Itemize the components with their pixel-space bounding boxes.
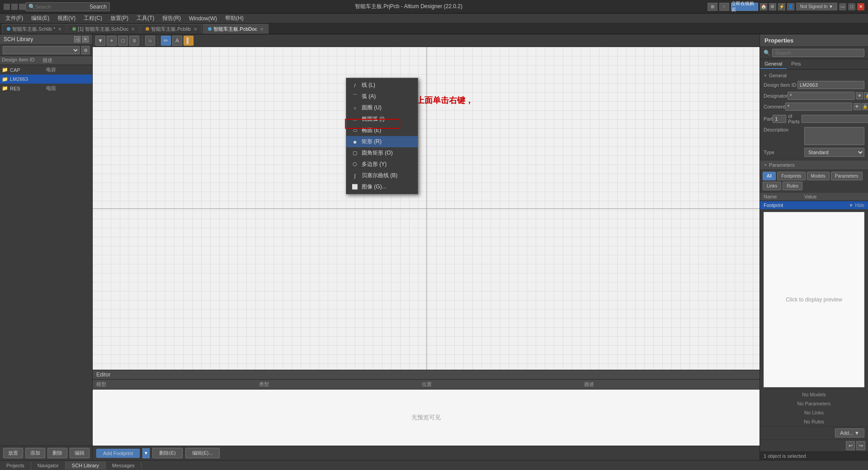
menu-item-image[interactable]: ⬜ 图像 (G)... <box>346 181 418 193</box>
add-footprint-dropdown[interactable]: ▼ <box>142 448 150 458</box>
param-tab-footprints[interactable]: Footprints <box>777 172 805 180</box>
menu-item-arc[interactable]: ⌒ 弧 (A) <box>346 91 418 102</box>
delete-editor-button[interactable]: 删除(E) <box>152 448 183 458</box>
type-select[interactable]: Standard <box>804 148 864 157</box>
tab-close-schdoc[interactable]: ✕ <box>131 27 135 32</box>
add-label: Add... <box>840 430 853 436</box>
component-item-res[interactable]: 📁 RES 电阻 <box>0 84 92 93</box>
menu-edit[interactable]: 编辑(E) <box>28 14 53 23</box>
preview-area[interactable]: Click to display preview <box>764 212 864 387</box>
component-filter-select[interactable] <box>3 46 80 54</box>
tab-schlib[interactable]: 智能车主板.Schlib * ✕ <box>2 24 66 34</box>
maximize-button[interactable]: □ <box>848 3 855 10</box>
menu-item-ellipse-arc[interactable]: ⌓ 椭圆弧 (I) <box>346 113 418 125</box>
of-parts-value[interactable] <box>802 115 868 123</box>
component-item-cap[interactable]: 📁 CAP 电容 <box>0 65 92 75</box>
param-tab-parameters[interactable]: Parameters <box>831 172 863 180</box>
menu-view[interactable]: 视图(V) <box>54 14 79 23</box>
footprint-hide-label[interactable]: Hide <box>855 203 864 208</box>
designator-value[interactable] <box>788 92 854 100</box>
add-dropdown-button[interactable]: Add... ▼ <box>835 428 864 437</box>
tab-general[interactable]: General <box>760 59 787 69</box>
cloud-button[interactable]: 立即在线购买 <box>731 3 758 11</box>
filter-settings-button[interactable]: ⚙ <box>81 46 90 54</box>
add-button[interactable]: 添加 <box>25 448 45 458</box>
toolbar-add-button[interactable]: + <box>107 36 117 46</box>
search-input[interactable] <box>35 4 90 9</box>
menu-item-circle[interactable]: ○ 圆圈 (U) <box>346 102 418 113</box>
menu-project[interactable]: 工程(C) <box>80 14 106 23</box>
undo-button[interactable]: ↩ <box>846 441 855 450</box>
toolbar-circle-button[interactable]: ○ <box>145 36 155 46</box>
menu-help[interactable]: 帮助(H) <box>222 14 247 23</box>
part-value[interactable] <box>773 115 786 123</box>
menu-item-bezier[interactable]: ∫ 贝塞尔曲线 (B) <box>346 170 418 181</box>
menu-item-ellipse[interactable]: ⬭ 椭圆 (E) <box>346 125 418 136</box>
designator-lock-button[interactable]: 🔒 <box>864 92 868 99</box>
tab-pins[interactable]: Pins <box>787 59 805 69</box>
tab-pcbdoc[interactable]: 智能车主板.PcbDoc ✕ <box>203 24 269 34</box>
menu-window[interactable]: Window(W) <box>185 14 221 23</box>
place-button[interactable]: 放置 <box>3 448 23 458</box>
footprint-row[interactable]: Footprint ▼ Hide <box>760 201 868 209</box>
toolbar-align-button[interactable]: ≡ <box>129 36 139 46</box>
toolbar-rect-button[interactable]: □ <box>118 36 128 46</box>
canvas-grid[interactable]: 选择笔图标，在上面单击右键， 选择矩形 / 线 (L) ⌒ 弧 (A) ○ <box>93 47 760 370</box>
param-tab-models[interactable]: Models <box>807 172 830 180</box>
menu-item-line[interactable]: / 线 (L) <box>346 80 418 91</box>
designator-vis-button[interactable]: 👁 <box>856 92 863 99</box>
tab-pcblib[interactable]: 智能车主板.Pcblib ✕ <box>141 24 202 34</box>
delete-button[interactable]: 删除 <box>47 448 67 458</box>
panel-pin-button[interactable]: ◁ <box>74 36 80 42</box>
bottom-tab-schlibrary[interactable]: SCH Library <box>66 461 106 470</box>
title-search[interactable]: 🔍 Search <box>25 2 110 11</box>
description-value[interactable] <box>804 127 864 145</box>
signin-label[interactable]: Not Signed In ▼ <box>796 3 837 10</box>
toolbar-filter-button[interactable]: ▼ <box>95 36 105 46</box>
panel-close-button[interactable]: ✕ <box>82 36 89 42</box>
bottom-section: Projects Navigator SCH Library Messages … <box>0 460 868 470</box>
bottom-tab-navigator[interactable]: Navigator <box>31 461 66 470</box>
menu-item-arc-label: 弧 (A) <box>362 93 376 100</box>
param-tab-links[interactable]: Links <box>763 182 781 190</box>
design-item-id-value[interactable] <box>797 81 864 89</box>
menu-reports[interactable]: 报告(R) <box>159 14 184 23</box>
toolbar-pencil-button[interactable]: ✏ <box>161 36 171 46</box>
bottom-tab-projects[interactable]: Projects <box>0 461 31 470</box>
component-filter: ⚙ <box>0 45 92 56</box>
comment-value[interactable] <box>785 103 852 111</box>
add-footprint-button[interactable]: Add Footprint <box>96 449 140 458</box>
settings-icon[interactable]: ⚙ <box>769 3 776 10</box>
close-button[interactable]: ✕ <box>857 3 864 10</box>
properties-search-input[interactable] <box>772 49 864 57</box>
toolbar-icon-2[interactable]: ↑ <box>719 3 729 11</box>
user-icon[interactable]: 👤 <box>787 3 794 10</box>
redo-button[interactable]: ↪ <box>856 441 865 450</box>
menu-file[interactable]: 文件(F) <box>2 14 27 23</box>
menu-item-rect[interactable]: ■ 矩形 (R) <box>346 136 418 147</box>
toolbar-line-button[interactable]: ▌ <box>184 36 193 46</box>
home-icon[interactable]: 🏠 <box>760 3 767 10</box>
menu-place[interactable]: 放置(P) <box>107 14 132 23</box>
toolbar-icon-1[interactable]: ⊞ <box>708 3 717 11</box>
comment-lock-button[interactable]: 🔒 <box>862 103 868 110</box>
bottom-tab-messages[interactable]: Messages <box>106 461 142 470</box>
footprint-dropdown-icon[interactable]: ▼ <box>849 203 854 208</box>
edit-button[interactable]: 编辑 <box>70 448 90 458</box>
type-row: Type Standard <box>764 146 864 158</box>
component-item-lm2663[interactable]: 📁 LM2663 <box>0 75 92 84</box>
menu-tools[interactable]: 工具(T) <box>133 14 158 23</box>
tab-schdoc[interactable]: [1] 智能车主板.SchDoc ✕ <box>67 24 140 34</box>
menu-item-rounded-rect[interactable]: ▢ 圆角矩形 (O) <box>346 147 418 159</box>
param-tab-rules[interactable]: Rules <box>783 182 802 190</box>
param-tab-all[interactable]: All <box>763 172 776 180</box>
menu-item-polygon[interactable]: ⬡ 多边形 (Y) <box>346 159 418 170</box>
edit-editor-button[interactable]: 编辑(E)... <box>185 448 220 458</box>
minimize-button[interactable]: — <box>839 3 846 10</box>
tab-close-pcbdoc[interactable]: ✕ <box>260 27 264 32</box>
tab-close-schlib[interactable]: ✕ <box>58 27 61 32</box>
comment-vis-button[interactable]: 👁 <box>854 103 861 110</box>
tab-close-pcblib[interactable]: ✕ <box>193 27 197 32</box>
network-icon[interactable]: ⚡ <box>778 3 785 10</box>
toolbar-text-button[interactable]: A <box>172 36 182 46</box>
